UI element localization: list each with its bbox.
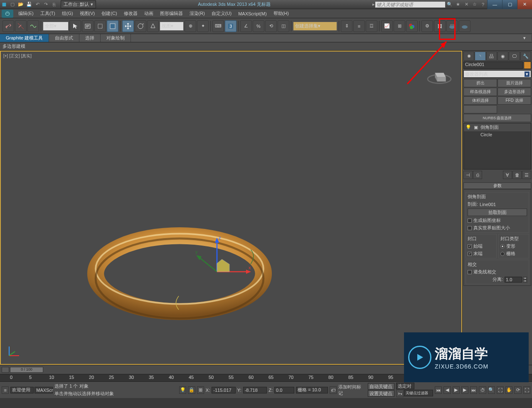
sat-icon[interactable]: ☆ — [471, 1, 478, 8]
rotate-tool-icon[interactable] — [135, 20, 146, 32]
separate-spinner[interactable]: 1.0▴▾ — [505, 277, 527, 283]
rendered-frame-icon[interactable]: 🖼 — [434, 20, 446, 32]
transform-gizmo[interactable]: z x y — [188, 234, 254, 301]
key-icon[interactable]: 🗝 — [396, 390, 404, 397]
modify-tab-icon[interactable]: ◝ — [475, 52, 485, 61]
maximize-button[interactable]: ▢ — [502, 0, 517, 9]
morph-radio[interactable] — [500, 244, 505, 248]
pin-stack-icon[interactable]: ⊣ — [463, 171, 473, 179]
modifier-list-dropdown[interactable]: 修改器列表▾ — [463, 70, 531, 78]
percent-snap-icon[interactable]: % — [253, 20, 264, 32]
coord-x[interactable]: -115.017 — [212, 387, 236, 393]
pick-profile-button[interactable]: 拾取剖面 — [468, 209, 527, 216]
undo-icon[interactable]: ↶ — [34, 1, 41, 8]
redo-icon[interactable]: ↷ — [42, 1, 49, 8]
mod-btn-nurbs[interactable]: NURBS 曲面选择 — [463, 114, 531, 122]
display-tab-icon[interactable]: 🖵 — [509, 52, 520, 61]
time-config-icon[interactable]: ⏱ — [479, 386, 486, 394]
menu-maxscript[interactable]: MAXScript(M) — [235, 10, 270, 17]
eye-icon[interactable]: 💡 — [466, 125, 471, 130]
unlink-tool-icon[interactable] — [15, 20, 27, 32]
slider-end-icon[interactable] — [2, 367, 9, 373]
autokey-button[interactable]: 自动关键点 — [368, 383, 394, 390]
keyfilter-button[interactable]: 关键点过滤器 — [404, 390, 433, 396]
select-object-icon[interactable] — [69, 20, 81, 32]
maxscript-label[interactable]: MAXScr — [34, 387, 53, 393]
menu-views[interactable]: 视图(V) — [76, 10, 99, 17]
create-tab-icon[interactable]: ✺ — [463, 52, 474, 61]
viewport[interactable]: [+] [正交] [真实] — [0, 51, 462, 365]
workspace-dropdown[interactable]: 工作台: 默认▾ — [61, 0, 96, 8]
goto-end-icon[interactable]: ⏭ — [470, 386, 477, 394]
menu-help[interactable]: 帮助(H) — [270, 10, 292, 17]
play-icon[interactable]: ▶ — [453, 386, 460, 394]
motion-tab-icon[interactable]: ◉ — [498, 52, 508, 61]
mod-btn-patchsel[interactable]: 面片选择 — [498, 79, 531, 87]
fav-icon[interactable]: ★ — [454, 1, 462, 8]
angle-snap-icon[interactable]: ∠ — [240, 20, 252, 32]
menu-grapheditors[interactable]: 图形编辑器 — [157, 10, 186, 17]
minimize-button[interactable]: — — [487, 0, 502, 9]
bind-spacewarp-icon[interactable] — [27, 20, 39, 32]
time-slider-thumb[interactable]: 0 / 100 — [10, 367, 43, 373]
menu-group[interactable]: 组(G) — [59, 10, 76, 17]
remove-mod-icon[interactable]: 🗑 — [512, 171, 522, 179]
help-search-input[interactable] — [375, 1, 446, 8]
hierarchy-tab-icon[interactable]: 品 — [486, 52, 497, 61]
menu-create[interactable]: 创建(C) — [98, 10, 120, 17]
ribbon-tab-graphite[interactable]: Graphite 建模工具 — [0, 34, 49, 42]
grid-radio[interactable] — [500, 252, 505, 256]
new-icon[interactable]: ▢ — [9, 1, 16, 8]
time-tag-icon[interactable]: 🏷 — [330, 386, 337, 394]
ribbon-tab-freeform[interactable]: 自由形式 — [49, 34, 79, 42]
ref-coord-dropdown[interactable]: 视图▾ — [160, 22, 184, 31]
viewport-label[interactable]: [+] [正交] [真实] — [3, 53, 32, 59]
scale-tool-icon[interactable] — [147, 20, 159, 32]
snap-toggle-icon[interactable]: 3 — [225, 20, 236, 32]
menu-customize[interactable]: 自定义(U) — [208, 10, 235, 17]
pan-icon[interactable]: ✋ — [505, 386, 512, 394]
realworld-checkbox[interactable] — [468, 226, 472, 230]
menu-modifiers[interactable]: 修改器 — [121, 10, 141, 17]
maxscript-mini-icon[interactable]: ≡ — [2, 386, 9, 394]
ribbon-tab-objectpaint[interactable]: 对象绘制 — [101, 34, 131, 42]
goto-start-icon[interactable]: ⏮ — [435, 386, 442, 394]
prev-frame-icon[interactable]: ◀ — [443, 386, 451, 394]
ribbon-panel-label[interactable]: 多边形建模 — [2, 43, 25, 49]
menu-edit[interactable]: 编辑(E) — [15, 10, 37, 17]
coord-display-icon[interactable]: ⊞ — [197, 386, 204, 394]
menu-tools[interactable]: 工具(T) — [37, 10, 59, 17]
search-icon[interactable]: 🔍 — [446, 1, 453, 8]
keyboard-shortcut-icon[interactable]: ⌨ — [212, 20, 224, 32]
cap-end-checkbox[interactable]: ✓ — [468, 252, 472, 256]
render-production-icon[interactable] — [446, 20, 458, 32]
avoid-intersect-checkbox[interactable] — [468, 270, 472, 274]
make-unique-icon[interactable]: ∀ — [503, 171, 512, 179]
mod-btn-extrude[interactable]: 挤出 — [463, 79, 497, 87]
max-viewport-icon[interactable]: ⛶ — [523, 386, 530, 394]
mod-btn-splinesel[interactable]: 样条线选择 — [463, 88, 497, 96]
link-icon[interactable]: ⎘ — [50, 1, 58, 8]
utilities-tab-icon[interactable]: 🔧 — [520, 52, 531, 61]
select-by-name-icon[interactable] — [82, 20, 94, 32]
selection-filter-dropdown[interactable]: 全部▾ — [43, 22, 69, 31]
add-time-tag-label[interactable]: 添加时间标记 — [338, 384, 365, 396]
next-frame-icon[interactable]: ▶ — [461, 386, 468, 394]
viewcube[interactable] — [425, 59, 454, 88]
zoom-all-icon[interactable]: ⛶ — [497, 386, 504, 394]
coord-z[interactable]: 0.0 — [274, 387, 294, 393]
select-region-icon[interactable] — [94, 20, 106, 32]
curve-editor-icon[interactable]: 📈 — [381, 20, 393, 32]
move-tool-icon[interactable] — [122, 20, 134, 32]
orbit-icon[interactable]: ⟳ — [514, 386, 521, 394]
selectset-label[interactable]: 选定对 — [396, 383, 414, 389]
isolate-icon[interactable]: 💡 — [179, 386, 186, 394]
mod-btn-ffdsel[interactable]: FFD 选择 — [498, 96, 531, 105]
render-iterative-icon[interactable] — [459, 20, 470, 32]
edged-faces-icon[interactable]: ◫ — [278, 20, 289, 32]
modifier-stack[interactable]: 💡▣ 倒角剖面 Circle — [463, 123, 531, 170]
setkey-button[interactable]: 设置关键点 — [368, 390, 394, 397]
lock-selection-icon[interactable]: 🔒 — [188, 386, 195, 394]
window-crossing-icon[interactable] — [107, 20, 118, 32]
help-icon[interactable]: ? — [479, 1, 487, 8]
